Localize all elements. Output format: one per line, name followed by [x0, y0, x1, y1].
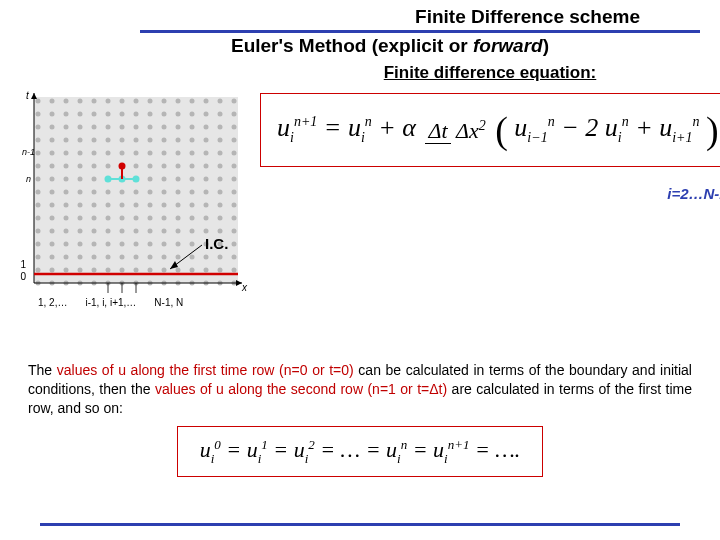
slide: Finite Difference scheme Euler's Method … — [0, 0, 720, 540]
bu5: u — [433, 437, 444, 462]
svg-point-154 — [78, 229, 83, 234]
p1a: The — [28, 362, 57, 378]
title-block: Finite Difference scheme — [20, 6, 700, 28]
p1b: values of u along the first time row (n=… — [57, 362, 354, 378]
svg-point-56 — [176, 138, 181, 143]
p1d: values of u along the second row (n=1 or… — [155, 381, 447, 397]
svg-point-93 — [64, 177, 69, 182]
svg-point-64 — [78, 151, 83, 156]
svg-point-29 — [218, 112, 223, 117]
svg-point-60 — [232, 138, 237, 143]
eq-i1: i — [290, 130, 294, 145]
svg-point-90 — [232, 164, 237, 169]
svg-point-158 — [134, 229, 139, 234]
svg-point-3 — [64, 99, 69, 104]
eq-n2: n — [548, 114, 555, 129]
svg-point-59 — [218, 138, 223, 143]
svg-point-83 — [134, 164, 139, 169]
svg-point-144 — [148, 216, 153, 221]
eq-np1: n+1 — [294, 114, 317, 129]
svg-point-163 — [204, 229, 209, 234]
fde-equation: uin+1 = uin + α Δt Δx2 ( ui−1n − 2 uin +… — [260, 93, 720, 167]
title-line-1: Finite Difference scheme — [20, 6, 640, 28]
svg-point-139 — [78, 216, 83, 221]
eq-u4: u — [605, 113, 618, 142]
svg-point-74 — [218, 151, 223, 156]
equation-column: uin+1 = uin + α Δt Δx2 ( ui−1n − 2 uin +… — [260, 87, 720, 317]
col-mid: i-1, i, i+1,… — [85, 297, 136, 308]
svg-point-17 — [50, 112, 55, 117]
svg-point-164 — [218, 229, 223, 234]
svg-point-101 — [176, 177, 181, 182]
stencil-diagram: t x n-1 n I.C. 1 0 1, 2,… i-1, i, i+1,… … — [20, 87, 250, 317]
bu3: u — [294, 437, 305, 462]
svg-point-206 — [176, 268, 181, 273]
eq-n1: n — [365, 114, 372, 129]
svg-point-188 — [134, 255, 139, 260]
svg-point-92 — [50, 177, 55, 182]
svg-point-70 — [162, 151, 167, 156]
svg-point-173 — [134, 242, 139, 247]
svg-point-149 — [218, 216, 223, 221]
svg-point-145 — [162, 216, 167, 221]
svg-point-181 — [36, 255, 41, 260]
b2: 2 — [308, 437, 315, 452]
eq-sq: 2 — [479, 117, 486, 132]
svg-point-5 — [92, 99, 97, 104]
svg-point-184 — [78, 255, 83, 260]
eq-lpar: ( — [495, 109, 508, 151]
beq3: = — [413, 437, 433, 462]
svg-point-115 — [162, 190, 167, 195]
svg-point-22 — [120, 112, 125, 117]
svg-point-146 — [176, 216, 181, 221]
row-label-0: 0 — [16, 271, 26, 283]
row-labels: 1 0 — [16, 259, 26, 283]
svg-point-25 — [162, 112, 167, 117]
svg-point-13 — [204, 99, 209, 104]
svg-point-21 — [106, 112, 111, 117]
svg-point-81 — [106, 164, 111, 169]
svg-point-138 — [64, 216, 69, 221]
svg-point-133 — [204, 203, 209, 208]
svg-point-99 — [148, 177, 153, 182]
svg-point-198 — [64, 268, 69, 273]
svg-point-42 — [190, 125, 195, 130]
svg-point-39 — [148, 125, 153, 130]
eq-m2: − 2 — [561, 113, 598, 142]
grid-svg: t x n-1 n — [20, 87, 250, 317]
eq-frac: Δt Δx2 — [422, 118, 488, 141]
svg-point-20 — [92, 112, 97, 117]
svg-point-107 — [50, 190, 55, 195]
title2-b: forward — [473, 35, 543, 56]
svg-point-137 — [50, 216, 55, 221]
svg-point-136 — [36, 216, 41, 221]
b1: 1 — [261, 437, 268, 452]
eq-ip1: i+1 — [672, 130, 692, 145]
svg-point-69 — [148, 151, 153, 156]
svg-point-140 — [92, 216, 97, 221]
eq-plus1: + — [378, 113, 402, 142]
svg-point-80 — [92, 164, 97, 169]
svg-point-108 — [64, 190, 69, 195]
svg-point-194 — [218, 255, 223, 260]
svg-point-30 — [232, 112, 237, 117]
svg-point-49 — [78, 138, 83, 143]
svg-point-117 — [190, 190, 195, 195]
svg-point-166 — [36, 242, 41, 247]
svg-point-67 — [120, 151, 125, 156]
svg-point-16 — [36, 112, 41, 117]
svg-point-111 — [106, 190, 111, 195]
svg-point-186 — [106, 255, 111, 260]
svg-point-174 — [148, 242, 153, 247]
svg-point-102 — [190, 177, 195, 182]
svg-point-48 — [64, 138, 69, 143]
svg-point-54 — [148, 138, 153, 143]
svg-point-120 — [232, 190, 237, 195]
svg-point-119 — [218, 190, 223, 195]
bdots1: = … = — [320, 437, 386, 462]
svg-point-183 — [64, 255, 69, 260]
svg-point-129 — [148, 203, 153, 208]
svg-point-147 — [190, 216, 195, 221]
b0: 0 — [214, 437, 221, 452]
svg-point-209 — [218, 268, 223, 273]
